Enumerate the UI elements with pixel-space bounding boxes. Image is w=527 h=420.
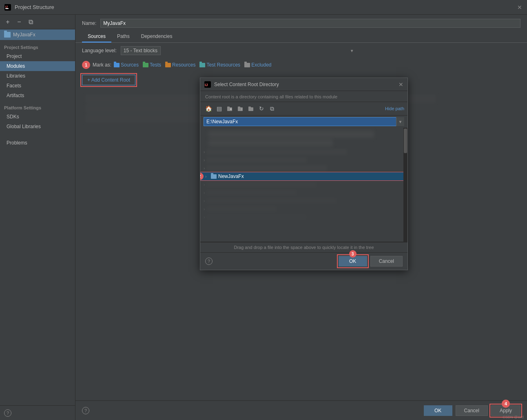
svg-text:IJ: IJ [205,83,208,87]
sidebar-item-facets[interactable]: Facets [0,81,75,91]
test-resources-folder-icon [199,63,205,67]
module-folder-icon [4,32,11,38]
sidebar-item-modules[interactable]: Modules [0,61,75,71]
tree-item-chevron: › [205,174,209,179]
step3-badge: 3 [349,250,356,258]
mark-excluded-btn[interactable]: Excluded [244,62,271,68]
tabs-row: Sources Paths Dependencies [75,31,527,43]
list-icon-button[interactable]: ▤ [214,104,224,113]
sidebar-item-global-libraries[interactable]: Global Libraries [0,122,75,131]
name-label: Name: [82,20,96,26]
step1-badge: 1 [82,61,90,69]
blurred-tree-row-10: › [200,213,407,221]
refresh-button[interactable]: ↻ [257,104,266,113]
dialog-path-row: ▼ [200,116,407,128]
copy-path-button[interactable]: ⧉ [267,104,277,113]
blurred-tree-row-4: › [200,156,407,164]
add-module-button[interactable]: + [3,18,12,27]
svg-rect-6 [227,107,230,108]
svg-text:IJ: IJ [5,5,8,8]
module-name-input[interactable] [100,19,520,28]
svg-rect-11 [248,107,253,111]
tab-dependencies[interactable]: Dependencies [135,31,178,42]
cancel-button[interactable]: Cancel [456,405,488,416]
mark-resources-btn[interactable]: Resources [165,62,195,68]
tab-sources[interactable]: Sources [82,31,111,42]
mark-tests-btn[interactable]: Tests [143,62,161,68]
blurred-tree-row-5: › [200,164,407,172]
sidebar-help: ? [0,405,75,420]
file-tree[interactable]: › › › 2 › NewJavaFx [200,128,407,242]
svg-rect-9 [238,107,240,108]
home-icon-button[interactable]: 🏠 [204,104,213,113]
main-help-button[interactable]: ? [82,407,89,414]
blurred-tree-row-8: › [200,197,407,205]
dialog-action-buttons: 3 OK Cancel [339,256,403,267]
sources-label: Sources [121,62,139,68]
dialog-cancel-button[interactable]: Cancel [370,256,403,267]
dialog-close-button[interactable]: ✕ [399,81,403,88]
sidebar-item-problems[interactable]: Problems [0,138,75,148]
platform-settings-section: Platform Settings [0,100,75,112]
svg-text:+: + [230,108,232,111]
tree-item-newjavafx[interactable]: 2 › NewJavaFx [200,172,407,180]
dialog-toolbar: 🏠 ▤ + ↑ [200,102,407,116]
dialog-help-button[interactable]: ? [205,258,213,265]
folder-up-button[interactable]: ↑ [235,104,245,113]
tab-paths[interactable]: Paths [111,31,135,42]
new-folder-button[interactable]: + [225,104,235,113]
tree-item-label: NewJavaFx [218,173,244,179]
path-input[interactable] [204,117,404,126]
project-structure-window: IJ Project Structure ✕ + − ⧉ MyJavaFx Pr… [0,0,527,420]
app-icon: IJ [4,4,11,11]
hide-path-link[interactable]: Hide path [385,106,404,111]
folder-action-button[interactable] [246,104,256,113]
path-dropdown-button[interactable]: ▼ [396,117,404,126]
window-controls: ✕ [516,4,523,11]
mark-test-resources-btn[interactable]: Test Resources [199,62,240,68]
remove-module-button[interactable]: − [15,18,24,27]
excluded-label: Excluded [251,62,271,68]
language-level-label: Language level: [82,48,117,53]
module-item-myjavafx[interactable]: MyJavaFx [0,29,75,40]
tests-label: Tests [150,62,161,68]
copy-module-button[interactable]: ⧉ [26,18,35,27]
mark-sources-btn[interactable]: Sources [114,62,139,68]
sidebar-item-project[interactable]: Project [0,51,75,61]
dialog-bottom: ? 3 OK Cancel [200,252,407,270]
svg-rect-1 [5,8,9,9]
sources-folder-icon [114,63,120,67]
sidebar-item-sdks[interactable]: SDKs [0,112,75,122]
step2-badge: 2 [200,173,204,180]
dialog-title: Select Content Root Directory [214,82,395,87]
add-content-root-button[interactable]: + Add Content Root [82,75,135,85]
sidebar-item-artifacts[interactable]: Artifacts [0,91,75,100]
project-settings-section: Project Settings [0,40,75,51]
test-resources-label: Test Resources [206,62,240,68]
ok-button[interactable]: OK [424,405,452,416]
sidebar: + − ⧉ MyJavaFx Project Settings Project … [0,15,75,420]
help-button[interactable]: ? [4,409,11,417]
select-content-root-dialog: IJ Select Content Root Directory ✕ Conte… [200,78,408,270]
blurred-tree-row-3: › [200,148,407,156]
path-input-wrapper: ▼ [204,117,404,126]
mark-as-label: Mark as: [93,62,111,68]
drag-drop-hint: Drag and drop a file into the space abov… [200,242,407,252]
resources-label: Resources [172,62,195,68]
bottom-buttons-row: ? OK Cancel 4 Apply [75,400,527,420]
module-item-label: MyJavaFx [13,32,35,38]
sidebar-item-libraries[interactable]: Libraries [0,71,75,81]
name-row: Name: [75,15,527,31]
resources-folder-icon [165,63,171,67]
blurred-file-row-2 [208,139,333,147]
step4-badge: 4 [502,400,510,408]
close-window-button[interactable]: ✕ [516,4,523,11]
title-bar: IJ Project Structure ✕ [0,0,527,15]
language-level-select-wrapper: 15 - Text blocks [121,46,357,55]
tree-scrollbar-thumb [404,129,407,153]
language-level-select[interactable]: 15 - Text blocks [121,46,161,55]
tree-scrollbar[interactable] [403,128,407,242]
svg-text:↑: ↑ [241,108,243,111]
mark-as-row: 1 Mark as: Sources Tests Resources Test … [75,58,527,71]
blurred-tree-row-9: › [200,205,407,213]
